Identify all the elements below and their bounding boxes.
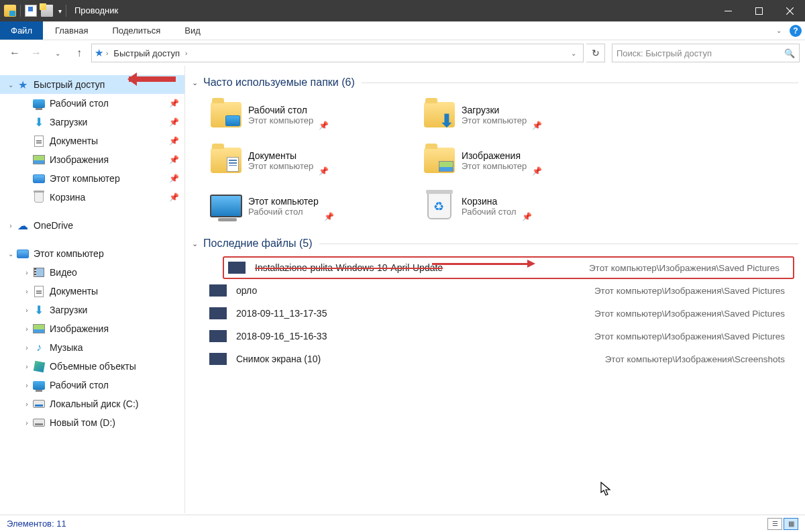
file-row[interactable]: орлоЭтот компьютер\Изображения\Saved Pic… (209, 279, 798, 302)
minimize-button[interactable] (712, 0, 743, 21)
breadcrumb[interactable]: Быстрый доступ (111, 48, 182, 58)
view-details-button[interactable]: ☰ (767, 518, 782, 530)
address-bar[interactable]: ★ › Быстрый доступ › ⌄ (91, 44, 584, 62)
folder-tile-desktop[interactable]: Рабочий столЭтот компьютер📌 (209, 95, 411, 134)
file-path: Этот компьютер\Изображения\Saved Picture… (594, 286, 798, 296)
section-recent-files[interactable]: ⌄ Последние файлы (5) (192, 237, 798, 250)
sidebar-item-label: Документы (50, 286, 98, 297)
chevron-right-icon[interactable]: › (21, 382, 32, 389)
tab-view[interactable]: Вид (172, 21, 213, 40)
tab-home[interactable]: Главная (43, 21, 100, 40)
chevron-right-icon[interactable]: › (21, 344, 32, 352)
sidebar-item-downloads-pc[interactable]: ›⬇Загрузки (0, 301, 184, 319)
download-icon: ⬇ (34, 303, 44, 317)
close-button[interactable] (774, 0, 805, 21)
sidebar-item-this-pc[interactable]: ⌄Этот компьютер (0, 244, 184, 263)
pin-icon: 📌 (522, 212, 532, 221)
sidebar-item-recycle-bin[interactable]: Корзина📌 (0, 188, 184, 207)
sidebar-item-disk-d[interactable]: ›Новый том (D:) (0, 413, 184, 432)
file-tab[interactable]: Файл (0, 21, 43, 40)
sidebar-item-3d-objects[interactable]: ›Объемные объекты (0, 357, 184, 376)
section-frequent-folders[interactable]: ⌄ Часто используемые папки (6) (192, 76, 798, 89)
sidebar-item-desktop-pc[interactable]: ›Рабочий стол (0, 376, 184, 394)
forward-button[interactable]: → (27, 44, 46, 62)
app-icon (4, 5, 16, 17)
folder-tile-recycle-bin[interactable]: ♻КорзинаРабочий стол📌 (423, 187, 624, 225)
chevron-down-icon[interactable]: ⌄ (5, 250, 16, 258)
sidebar-item-local-disk-c[interactable]: ›Локальный диск (C:) (0, 394, 184, 413)
chevron-right-icon[interactable]: › (5, 222, 16, 229)
view-icons-button[interactable]: ▦ (784, 518, 798, 530)
sidebar-item-pictures[interactable]: Изображения📌 (0, 150, 184, 169)
file-row[interactable]: Снимок экрана (10)Этот компьютер\Изображ… (209, 348, 798, 370)
up-button[interactable]: ↑ (70, 44, 89, 62)
file-row[interactable]: 2018-09-11_13-17-35Этот компьютер\Изобра… (209, 302, 798, 325)
sidebar-item-pictures-pc[interactable]: ›Изображения (0, 319, 184, 338)
sidebar-item-label: Загрузки (50, 117, 87, 127)
file-name: Installazione-pulita-Windows-10-April-Up… (255, 262, 443, 273)
pc-icon (17, 250, 29, 258)
chevron-right-icon[interactable]: › (106, 50, 108, 57)
sidebar-item-label: Корзина (50, 192, 85, 203)
file-name: 2018-09-11_13-17-35 (236, 308, 327, 319)
file-path: Этот компьютер\Изображения\Saved Picture… (594, 331, 798, 341)
sidebar-item-music[interactable]: ›♪Музыка (0, 338, 184, 357)
sidebar-item-label: Рабочий стол (50, 98, 109, 109)
navigation-pane[interactable]: ⌄ ★ Быстрый доступ Рабочий стол📌 ⬇Загруз… (0, 66, 185, 513)
sidebar-item-documents[interactable]: Документы📌 (0, 131, 184, 150)
chevron-down-icon[interactable]: ⌄ (192, 78, 198, 87)
sidebar-item-desktop[interactable]: Рабочий стол📌 (0, 94, 184, 113)
folder-sub: Этот компьютер (462, 115, 527, 125)
chevron-right-icon[interactable]: › (21, 401, 32, 408)
sidebar-item-label: OneDrive (34, 220, 73, 231)
file-row[interactable]: Installazione-pulita-Windows-10-April-Up… (223, 256, 794, 279)
chevron-down-icon[interactable]: ⌄ (192, 240, 198, 248)
maximize-button[interactable] (743, 0, 774, 21)
folder-tile-documents[interactable]: ДокументыЭтот компьютер📌 (209, 141, 411, 180)
properties-icon[interactable] (25, 5, 37, 17)
sidebar-item-onedrive[interactable]: ›☁OneDrive (0, 216, 184, 235)
back-button[interactable]: ← (5, 44, 24, 62)
chevron-right-icon[interactable]: › (21, 419, 32, 427)
tab-share[interactable]: Поделиться (100, 21, 172, 40)
refresh-button[interactable]: ↻ (586, 44, 605, 62)
help-button[interactable]: ? (786, 21, 805, 40)
sidebar-item-videos[interactable]: ›Видео (0, 263, 184, 282)
new-folder-icon[interactable] (41, 5, 53, 17)
folder-tile-this-pc[interactable]: Этот компьютерРабочий стол📌 (209, 187, 411, 225)
pin-icon: 📌 (319, 166, 329, 176)
title-bar: ▾ Проводник (0, 0, 805, 21)
sidebar-item-label: Видео (50, 267, 77, 278)
history-dropdown-icon[interactable]: ⌄ (48, 44, 67, 62)
disk-icon (33, 400, 45, 408)
ribbon-expand-icon[interactable]: ⌄ (771, 21, 786, 40)
folder-tile-downloads[interactable]: ⬇ЗагрузкиЭтот компьютер📌 (423, 95, 624, 134)
sidebar-item-label: Изображения (50, 154, 109, 165)
folder-tile-pictures[interactable]: ИзображенияЭтот компьютер📌 (423, 141, 624, 180)
chevron-right-icon[interactable]: › (21, 325, 32, 333)
chevron-down-icon[interactable]: ⌄ (5, 81, 16, 89)
chevron-right-icon[interactable]: › (185, 50, 187, 57)
sidebar-item-this-pc-link[interactable]: Этот компьютер📌 (0, 169, 184, 188)
sidebar-item-label: Новый том (D:) (50, 417, 115, 428)
pin-icon: 📌 (319, 121, 329, 130)
annotation-arrow (129, 76, 176, 82)
sidebar-item-downloads[interactable]: ⬇Загрузки📌 (0, 113, 184, 131)
sidebar-item-label: Быстрый доступ (34, 79, 105, 90)
search-input[interactable]: Поиск: Быстрый доступ 🔍 (612, 44, 800, 62)
music-icon: ♪ (36, 341, 42, 354)
quick-access-star-icon: ★ (95, 47, 103, 59)
address-dropdown-icon[interactable]: ⌄ (571, 50, 580, 57)
desktop-icon (33, 381, 45, 390)
folder-sub: Этот компьютер (248, 115, 313, 125)
chevron-right-icon[interactable]: › (21, 307, 32, 314)
svg-rect-1 (755, 7, 762, 14)
chevron-right-icon[interactable]: › (21, 288, 32, 295)
qat-dropdown-icon[interactable]: ▾ (58, 7, 62, 15)
sidebar-item-documents-pc[interactable]: ›Документы (0, 282, 184, 301)
disk-icon (33, 419, 45, 427)
chevron-right-icon[interactable]: › (21, 363, 32, 370)
window-title: Проводник (74, 0, 118, 21)
chevron-right-icon[interactable]: › (21, 269, 32, 276)
file-row[interactable]: 2018-09-16_15-16-33Этот компьютер\Изобра… (209, 325, 798, 348)
